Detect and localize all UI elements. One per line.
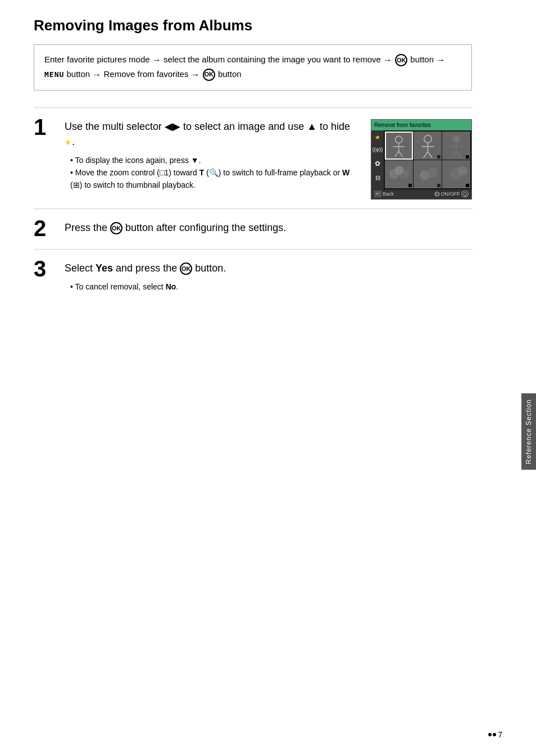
svg-line-13 [452,152,456,158]
svg-point-21 [458,166,467,175]
svg-line-14 [456,152,461,158]
cam-indicator-4 [408,183,412,188]
step-1: 1 Use the multi selector ◀▶ to select an… [34,107,472,209]
cam-thumb-5 [414,160,442,188]
ok-icon-2: OK [203,69,215,81]
step-1-main: Use the multi selector ◀▶ to select an i… [65,119,360,150]
intro-box: Enter favorite pictures mode → select th… [34,44,472,90]
svg-line-9 [428,152,432,158]
step-3-content: Select Yes and press the OK button. To c… [65,261,472,293]
page-number: 7 [498,730,502,739]
cam-back-icon: ↩ [374,191,381,197]
cam-footer-right: ⏻ ON/OFF Q [434,191,469,198]
step-2-main: Press the OK button after configuring th… [65,220,472,236]
step-3: 3 Select Yes and press the OK button. To… [34,249,472,302]
cam-indicator-5 [437,183,441,188]
cam-sidebar: ★ ((ψ)) ✿ ⊟ [371,130,384,189]
cam-thumb-4 [385,160,413,188]
svg-point-0 [396,136,402,143]
step-1-bullet-2: Move the zoom control (□1) toward T (🔍) … [70,166,360,192]
menu-label: MENU [44,70,64,79]
cam-onoff-icon: ⏻ [434,191,439,197]
cam-wifi-icon: ((ψ)) [373,146,383,154]
cam-thumb-6 [442,160,470,188]
cam-thumb-3 [442,132,470,160]
intro-text: Enter favorite pictures mode → select th… [44,55,445,79]
cam-indicator-2 [437,155,441,159]
reference-sidebar: Reference Section [521,393,536,470]
cam-grid [384,130,471,189]
cam-indicator-3 [465,155,470,159]
page-number-area: 7 [488,730,502,739]
cam-footer: ↩ Back ⏻ ON/OFF Q [371,189,471,200]
step-3-main: Select Yes and press the OK button. [65,261,472,276]
ok-icon-step2: OK [110,222,122,234]
cam-header-text: Remove from favorites [374,121,431,129]
svg-point-5 [424,135,431,143]
svg-line-3 [395,151,399,157]
page-title: Removing Images from Albums [34,17,472,34]
dot-2 [493,733,496,736]
cam-onoff-label: ON/OFF [440,191,460,197]
step-1-bullet-1: To display the icons again, press ▼. [70,154,360,166]
step-2: 2 Press the OK button after configuring … [34,209,472,249]
cam-back-label: Back [383,191,394,198]
camera-screen: Remove from favorites ★ ((ψ)) ✿ ⊟ [371,119,472,200]
page-num-decoration [488,733,496,736]
cam-footer-left: ↩ Back [374,191,394,198]
cam-screen-header: Remove from favorites [371,120,471,130]
ok-icon-step3: OK [180,262,192,275]
star-icon: ★ [65,138,72,147]
svg-line-8 [423,152,428,158]
svg-point-17 [394,166,403,175]
svg-line-4 [399,151,403,157]
step-1-number: 1 [34,116,65,138]
step-2-number: 2 [34,217,65,239]
dot-1 [488,733,492,736]
cam-thumb-2 [414,132,442,160]
cam-mode-icon: ★ [375,133,380,142]
ok-icon-1: OK [395,54,407,66]
step-1-content: Use the multi selector ◀▶ to select an i… [65,119,472,200]
cam-link-icon: ⊟ [375,173,380,183]
step-2-content: Press the OK button after configuring th… [65,220,472,240]
cam-flower-icon: ✿ [375,159,380,169]
step-3-number: 3 [34,257,65,280]
step-3-bullets: To cancel removal, select No. [65,280,472,293]
svg-point-19 [428,168,438,178]
step-1-bullets: To display the icons again, press ▼. Mov… [65,154,360,192]
cam-indicator-6 [465,183,470,188]
cam-thumb-1 [385,132,413,160]
svg-point-10 [452,135,460,143]
steps-container: 1 Use the multi selector ◀▶ to select an… [34,107,472,302]
cam-ok-footer: Q [461,191,469,197]
step-3-bullet-1: To cancel removal, select No. [70,280,472,293]
